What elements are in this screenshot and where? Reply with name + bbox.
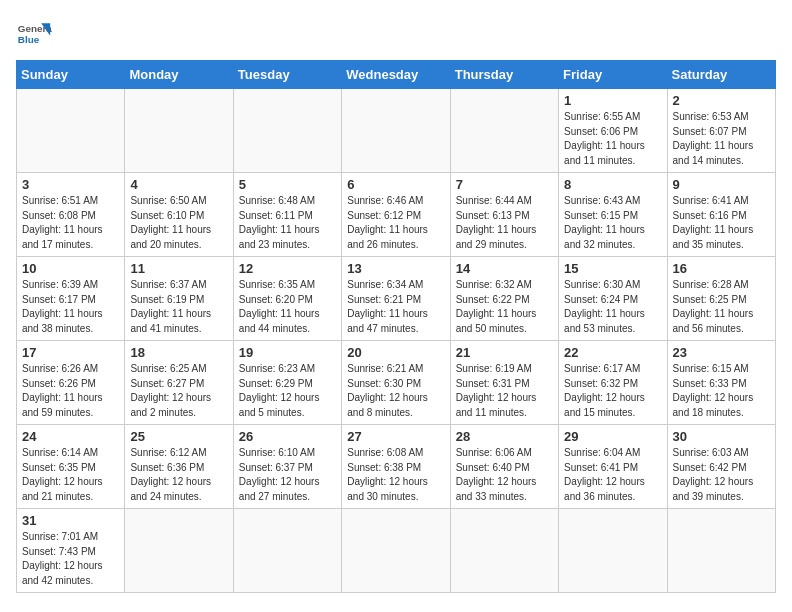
day-number: 13 <box>347 261 444 276</box>
calendar-cell: 3Sunrise: 6:51 AM Sunset: 6:08 PM Daylig… <box>17 173 125 257</box>
calendar-week-row: 31Sunrise: 7:01 AM Sunset: 7:43 PM Dayli… <box>17 509 776 593</box>
calendar-cell <box>342 89 450 173</box>
calendar-cell: 23Sunrise: 6:15 AM Sunset: 6:33 PM Dayli… <box>667 341 775 425</box>
day-info: Sunrise: 6:46 AM Sunset: 6:12 PM Dayligh… <box>347 194 444 252</box>
day-number: 26 <box>239 429 336 444</box>
day-info: Sunrise: 6:50 AM Sunset: 6:10 PM Dayligh… <box>130 194 227 252</box>
day-info: Sunrise: 6:15 AM Sunset: 6:33 PM Dayligh… <box>673 362 770 420</box>
svg-text:Blue: Blue <box>18 34 40 45</box>
calendar-cell <box>125 89 233 173</box>
calendar-cell: 31Sunrise: 7:01 AM Sunset: 7:43 PM Dayli… <box>17 509 125 593</box>
calendar-cell: 14Sunrise: 6:32 AM Sunset: 6:22 PM Dayli… <box>450 257 558 341</box>
calendar-table: SundayMondayTuesdayWednesdayThursdayFrid… <box>16 60 776 593</box>
calendar-cell: 8Sunrise: 6:43 AM Sunset: 6:15 PM Daylig… <box>559 173 667 257</box>
day-info: Sunrise: 6:21 AM Sunset: 6:30 PM Dayligh… <box>347 362 444 420</box>
day-number: 25 <box>130 429 227 444</box>
calendar-week-row: 3Sunrise: 6:51 AM Sunset: 6:08 PM Daylig… <box>17 173 776 257</box>
day-number: 29 <box>564 429 661 444</box>
day-info: Sunrise: 6:19 AM Sunset: 6:31 PM Dayligh… <box>456 362 553 420</box>
day-info: Sunrise: 6:30 AM Sunset: 6:24 PM Dayligh… <box>564 278 661 336</box>
day-info: Sunrise: 6:12 AM Sunset: 6:36 PM Dayligh… <box>130 446 227 504</box>
day-number: 2 <box>673 93 770 108</box>
day-number: 14 <box>456 261 553 276</box>
day-number: 11 <box>130 261 227 276</box>
calendar-header-row: SundayMondayTuesdayWednesdayThursdayFrid… <box>17 61 776 89</box>
day-number: 16 <box>673 261 770 276</box>
day-number: 24 <box>22 429 119 444</box>
day-info: Sunrise: 6:26 AM Sunset: 6:26 PM Dayligh… <box>22 362 119 420</box>
day-number: 21 <box>456 345 553 360</box>
day-number: 23 <box>673 345 770 360</box>
day-number: 3 <box>22 177 119 192</box>
calendar-cell <box>125 509 233 593</box>
calendar-cell: 6Sunrise: 6:46 AM Sunset: 6:12 PM Daylig… <box>342 173 450 257</box>
day-number: 22 <box>564 345 661 360</box>
calendar-cell: 20Sunrise: 6:21 AM Sunset: 6:30 PM Dayli… <box>342 341 450 425</box>
day-info: Sunrise: 6:08 AM Sunset: 6:38 PM Dayligh… <box>347 446 444 504</box>
calendar-cell: 15Sunrise: 6:30 AM Sunset: 6:24 PM Dayli… <box>559 257 667 341</box>
calendar-cell: 29Sunrise: 6:04 AM Sunset: 6:41 PM Dayli… <box>559 425 667 509</box>
day-info: Sunrise: 6:23 AM Sunset: 6:29 PM Dayligh… <box>239 362 336 420</box>
calendar-cell: 26Sunrise: 6:10 AM Sunset: 6:37 PM Dayli… <box>233 425 341 509</box>
col-header-monday: Monday <box>125 61 233 89</box>
calendar-cell: 10Sunrise: 6:39 AM Sunset: 6:17 PM Dayli… <box>17 257 125 341</box>
day-number: 28 <box>456 429 553 444</box>
day-info: Sunrise: 6:44 AM Sunset: 6:13 PM Dayligh… <box>456 194 553 252</box>
day-number: 6 <box>347 177 444 192</box>
day-number: 10 <box>22 261 119 276</box>
day-info: Sunrise: 6:10 AM Sunset: 6:37 PM Dayligh… <box>239 446 336 504</box>
day-info: Sunrise: 6:35 AM Sunset: 6:20 PM Dayligh… <box>239 278 336 336</box>
calendar-week-row: 17Sunrise: 6:26 AM Sunset: 6:26 PM Dayli… <box>17 341 776 425</box>
day-info: Sunrise: 6:06 AM Sunset: 6:40 PM Dayligh… <box>456 446 553 504</box>
calendar-cell: 4Sunrise: 6:50 AM Sunset: 6:10 PM Daylig… <box>125 173 233 257</box>
calendar-cell: 28Sunrise: 6:06 AM Sunset: 6:40 PM Dayli… <box>450 425 558 509</box>
day-info: Sunrise: 6:51 AM Sunset: 6:08 PM Dayligh… <box>22 194 119 252</box>
day-info: Sunrise: 6:25 AM Sunset: 6:27 PM Dayligh… <box>130 362 227 420</box>
calendar-cell: 21Sunrise: 6:19 AM Sunset: 6:31 PM Dayli… <box>450 341 558 425</box>
calendar-cell: 1Sunrise: 6:55 AM Sunset: 6:06 PM Daylig… <box>559 89 667 173</box>
calendar-cell: 18Sunrise: 6:25 AM Sunset: 6:27 PM Dayli… <box>125 341 233 425</box>
calendar-cell: 7Sunrise: 6:44 AM Sunset: 6:13 PM Daylig… <box>450 173 558 257</box>
day-info: Sunrise: 6:37 AM Sunset: 6:19 PM Dayligh… <box>130 278 227 336</box>
col-header-sunday: Sunday <box>17 61 125 89</box>
calendar-cell: 2Sunrise: 6:53 AM Sunset: 6:07 PM Daylig… <box>667 89 775 173</box>
day-info: Sunrise: 6:34 AM Sunset: 6:21 PM Dayligh… <box>347 278 444 336</box>
day-number: 7 <box>456 177 553 192</box>
calendar-cell: 30Sunrise: 6:03 AM Sunset: 6:42 PM Dayli… <box>667 425 775 509</box>
day-info: Sunrise: 6:48 AM Sunset: 6:11 PM Dayligh… <box>239 194 336 252</box>
calendar-cell <box>450 89 558 173</box>
logo: General Blue <box>16 16 52 52</box>
day-number: 12 <box>239 261 336 276</box>
day-number: 15 <box>564 261 661 276</box>
day-info: Sunrise: 6:43 AM Sunset: 6:15 PM Dayligh… <box>564 194 661 252</box>
day-info: Sunrise: 6:39 AM Sunset: 6:17 PM Dayligh… <box>22 278 119 336</box>
calendar-week-row: 10Sunrise: 6:39 AM Sunset: 6:17 PM Dayli… <box>17 257 776 341</box>
calendar-cell: 12Sunrise: 6:35 AM Sunset: 6:20 PM Dayli… <box>233 257 341 341</box>
day-number: 4 <box>130 177 227 192</box>
day-number: 17 <box>22 345 119 360</box>
calendar-cell: 27Sunrise: 6:08 AM Sunset: 6:38 PM Dayli… <box>342 425 450 509</box>
col-header-friday: Friday <box>559 61 667 89</box>
day-info: Sunrise: 6:28 AM Sunset: 6:25 PM Dayligh… <box>673 278 770 336</box>
calendar-cell: 25Sunrise: 6:12 AM Sunset: 6:36 PM Dayli… <box>125 425 233 509</box>
calendar-cell: 19Sunrise: 6:23 AM Sunset: 6:29 PM Dayli… <box>233 341 341 425</box>
day-info: Sunrise: 6:41 AM Sunset: 6:16 PM Dayligh… <box>673 194 770 252</box>
day-info: Sunrise: 6:17 AM Sunset: 6:32 PM Dayligh… <box>564 362 661 420</box>
calendar-cell <box>233 89 341 173</box>
calendar-cell <box>342 509 450 593</box>
calendar-cell <box>450 509 558 593</box>
day-number: 9 <box>673 177 770 192</box>
calendar-cell: 24Sunrise: 6:14 AM Sunset: 6:35 PM Dayli… <box>17 425 125 509</box>
calendar-week-row: 1Sunrise: 6:55 AM Sunset: 6:06 PM Daylig… <box>17 89 776 173</box>
day-number: 5 <box>239 177 336 192</box>
calendar-cell: 22Sunrise: 6:17 AM Sunset: 6:32 PM Dayli… <box>559 341 667 425</box>
day-info: Sunrise: 6:32 AM Sunset: 6:22 PM Dayligh… <box>456 278 553 336</box>
calendar-cell: 17Sunrise: 6:26 AM Sunset: 6:26 PM Dayli… <box>17 341 125 425</box>
day-number: 20 <box>347 345 444 360</box>
calendar-cell: 11Sunrise: 6:37 AM Sunset: 6:19 PM Dayli… <box>125 257 233 341</box>
calendar-cell <box>559 509 667 593</box>
day-info: Sunrise: 6:03 AM Sunset: 6:42 PM Dayligh… <box>673 446 770 504</box>
day-info: Sunrise: 6:55 AM Sunset: 6:06 PM Dayligh… <box>564 110 661 168</box>
day-info: Sunrise: 6:14 AM Sunset: 6:35 PM Dayligh… <box>22 446 119 504</box>
calendar-cell: 16Sunrise: 6:28 AM Sunset: 6:25 PM Dayli… <box>667 257 775 341</box>
